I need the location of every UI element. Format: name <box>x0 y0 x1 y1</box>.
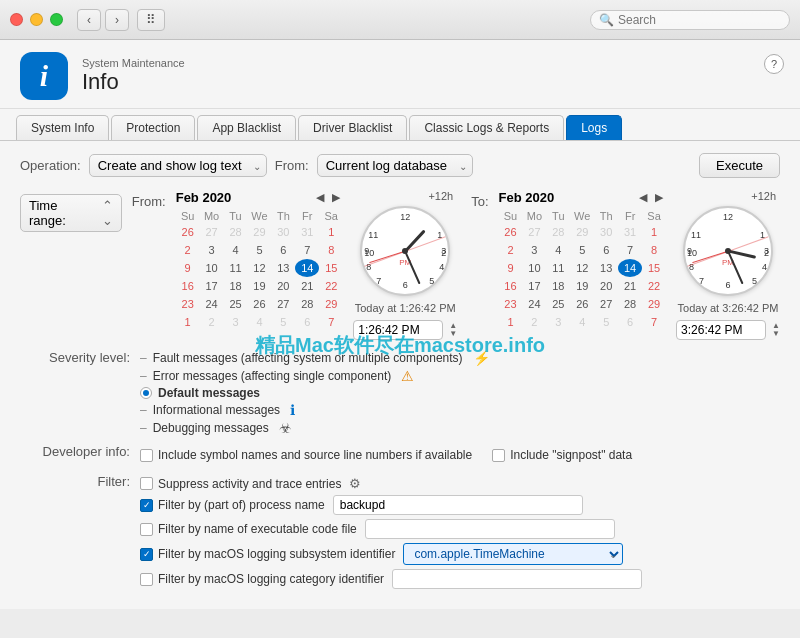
table-row[interactable]: 3 <box>200 241 224 259</box>
table-row[interactable]: 4 <box>546 241 570 259</box>
table-row[interactable]: 18 <box>546 277 570 295</box>
table-row[interactable]: 29 <box>642 295 666 313</box>
table-row[interactable]: 16 <box>176 277 200 295</box>
table-row[interactable]: 6 <box>271 241 295 259</box>
table-row[interactable]: 22 <box>642 277 666 295</box>
table-row[interactable]: 6 <box>618 313 642 331</box>
time-range-select[interactable]: Time range: ⌃⌄ <box>20 194 122 232</box>
table-row[interactable]: 9 <box>176 259 200 277</box>
from-time-stepper[interactable]: ▲▼ <box>449 322 457 338</box>
table-row[interactable]: 19 <box>247 277 271 295</box>
search-input[interactable] <box>618 13 781 27</box>
table-row[interactable]: 7 <box>319 313 343 331</box>
table-row[interactable]: 24 <box>522 295 546 313</box>
table-row[interactable]: 2 <box>499 241 523 259</box>
table-row[interactable]: 26 <box>247 295 271 313</box>
table-row[interactable]: 31 <box>618 223 642 241</box>
table-row[interactable]: 21 <box>618 277 642 295</box>
table-row[interactable]: 4 <box>570 313 594 331</box>
operation-select[interactable]: Create and show log text <box>89 154 267 177</box>
table-row[interactable]: 9 <box>499 259 523 277</box>
table-row[interactable]: 24 <box>200 295 224 313</box>
table-row[interactable]: 27 <box>200 223 224 241</box>
table-row[interactable]: 22 <box>319 277 343 295</box>
table-row[interactable]: 7 <box>642 313 666 331</box>
table-row[interactable]: 13 <box>594 259 618 277</box>
execute-button[interactable]: Execute <box>699 153 780 178</box>
table-row[interactable]: 1 <box>176 313 200 331</box>
help-button[interactable]: ? <box>764 54 784 74</box>
table-row[interactable]: 14 <box>618 259 642 277</box>
table-row[interactable]: 29 <box>319 295 343 313</box>
table-row[interactable]: 18 <box>224 277 248 295</box>
table-row[interactable]: 3 <box>522 241 546 259</box>
filter-subsystem-checkbox[interactable] <box>140 548 153 561</box>
suppress-label[interactable]: Suppress activity and trace entries <box>140 477 341 491</box>
table-row[interactable]: 20 <box>594 277 618 295</box>
table-row[interactable]: 16 <box>499 277 523 295</box>
table-row[interactable]: 1 <box>319 223 343 241</box>
back-button[interactable]: ‹ <box>77 9 101 31</box>
table-row[interactable]: 15 <box>319 259 343 277</box>
table-row[interactable]: 11 <box>546 259 570 277</box>
table-row[interactable]: 3 <box>546 313 570 331</box>
from-cal-prev[interactable]: ◀ <box>313 191 327 204</box>
filter-process-input[interactable] <box>333 495 583 515</box>
table-row[interactable]: 20 <box>271 277 295 295</box>
to-cal-next[interactable]: ▶ <box>652 191 666 204</box>
forward-button[interactable]: › <box>105 9 129 31</box>
filter-subsystem-select[interactable]: com.apple.TimeMachine <box>403 543 623 565</box>
filter-exec-label[interactable]: Filter by name of executable code file <box>140 522 357 536</box>
filter-exec-checkbox[interactable] <box>140 523 153 536</box>
table-row[interactable]: 3 <box>224 313 248 331</box>
filter-process-label[interactable]: Filter by (part of) process name <box>140 498 325 512</box>
filter-category-checkbox[interactable] <box>140 573 153 586</box>
table-row[interactable]: 10 <box>522 259 546 277</box>
table-row[interactable]: 21 <box>295 277 319 295</box>
severity-default-radio[interactable] <box>140 387 152 399</box>
to-cal-prev[interactable]: ◀ <box>636 191 650 204</box>
table-row[interactable]: 1 <box>499 313 523 331</box>
table-row[interactable]: 5 <box>271 313 295 331</box>
include-symbols-checkbox[interactable] <box>140 449 153 462</box>
table-row[interactable]: 23 <box>499 295 523 313</box>
table-row[interactable]: 5 <box>570 241 594 259</box>
include-symbols-label[interactable]: Include symbol names and source line num… <box>140 448 472 462</box>
tab-driver-blacklist[interactable]: Driver Blacklist <box>298 115 407 140</box>
table-row[interactable]: 1 <box>642 223 666 241</box>
tab-classic-logs[interactable]: Classic Logs & Reports <box>409 115 564 140</box>
tab-system-info[interactable]: System Info <box>16 115 109 140</box>
table-row[interactable]: 25 <box>546 295 570 313</box>
table-row[interactable]: 4 <box>247 313 271 331</box>
table-row[interactable]: 6 <box>295 313 319 331</box>
tab-logs[interactable]: Logs <box>566 115 622 140</box>
tab-protection[interactable]: Protection <box>111 115 195 140</box>
include-signpost-checkbox[interactable] <box>492 449 505 462</box>
table-row[interactable]: 26 <box>570 295 594 313</box>
to-time-input[interactable] <box>676 320 766 340</box>
table-row[interactable]: 8 <box>642 241 666 259</box>
to-time-stepper[interactable]: ▲▼ <box>772 322 780 338</box>
include-signpost-label[interactable]: Include "signpost" data <box>492 448 632 462</box>
table-row[interactable]: 30 <box>271 223 295 241</box>
table-row[interactable]: 15 <box>642 259 666 277</box>
table-row[interactable]: 27 <box>271 295 295 313</box>
table-row[interactable]: 5 <box>594 313 618 331</box>
table-row[interactable]: 14 <box>295 259 319 277</box>
table-row[interactable]: 23 <box>176 295 200 313</box>
table-row[interactable]: 29 <box>247 223 271 241</box>
table-row[interactable]: 26 <box>176 223 200 241</box>
table-row[interactable]: 12 <box>247 259 271 277</box>
table-row[interactable]: 17 <box>200 277 224 295</box>
table-row[interactable]: 28 <box>546 223 570 241</box>
table-row[interactable]: 27 <box>522 223 546 241</box>
filter-process-checkbox[interactable] <box>140 499 153 512</box>
table-row[interactable]: 2 <box>176 241 200 259</box>
fullscreen-button[interactable] <box>50 13 63 26</box>
table-row[interactable]: 2 <box>200 313 224 331</box>
gear-icon[interactable]: ⚙ <box>349 476 361 491</box>
table-row[interactable]: 7 <box>295 241 319 259</box>
table-row[interactable]: 27 <box>594 295 618 313</box>
table-row[interactable]: 10 <box>200 259 224 277</box>
table-row[interactable]: 30 <box>594 223 618 241</box>
